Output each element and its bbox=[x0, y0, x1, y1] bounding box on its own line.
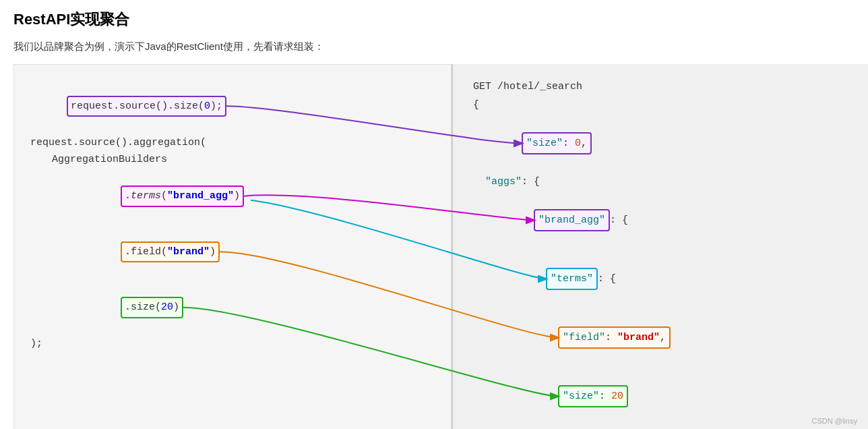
right-brand-agg-box: "brand_agg" bbox=[534, 209, 610, 231]
right-line-3: "size": 0, bbox=[473, 114, 848, 173]
size-highlight: request.source().size(0); bbox=[67, 96, 226, 117]
code-line-6: .size(20) bbox=[30, 280, 435, 336]
code-line-4: .terms("brand_agg") bbox=[30, 169, 435, 225]
watermark: CSDN @linsy bbox=[812, 417, 857, 425]
right-field-box: "field": "brand", bbox=[558, 326, 671, 349]
right-line-6: "terms": { bbox=[473, 250, 848, 308]
right-size20-box: "size": 20 bbox=[558, 385, 628, 407]
right-terms-box: "terms" bbox=[546, 268, 598, 290]
right-line-4: "aggs": { bbox=[473, 173, 848, 191]
field-highlight: .field("brand") bbox=[121, 241, 220, 263]
code-line-3: AggregationBuilders bbox=[30, 151, 435, 169]
code-line-1: request.source().size(0); bbox=[30, 78, 435, 134]
right-size-box: "size": 0, bbox=[522, 132, 592, 154]
code-line-2: request.source().aggregation( bbox=[30, 134, 435, 152]
right-line-2: { bbox=[473, 96, 848, 114]
code-line-7: ); bbox=[30, 335, 435, 353]
size20-highlight: .size(20) bbox=[121, 297, 183, 318]
right-line-7: "field": "brand", bbox=[473, 308, 848, 367]
subtitle: 我们以品牌聚合为例，演示下Java的RestClient使用，先看请求组装： bbox=[0, 35, 868, 64]
right-line-5: "brand_agg": { bbox=[473, 191, 848, 250]
right-line-1: GET /hotel/_search bbox=[473, 78, 848, 96]
page-title: RestAPI实现聚合 bbox=[0, 0, 868, 35]
right-code-panel: GET /hotel/_search { "size": 0, "aggs": … bbox=[453, 64, 868, 429]
terms-highlight: .terms("brand_agg") bbox=[121, 185, 244, 207]
right-line-8: "size": 20 bbox=[473, 367, 848, 426]
code-line-5: .field("brand") bbox=[30, 224, 435, 280]
left-code-panel: request.source().size(0); request.source… bbox=[13, 64, 452, 429]
right-line-9: } bbox=[473, 426, 848, 429]
